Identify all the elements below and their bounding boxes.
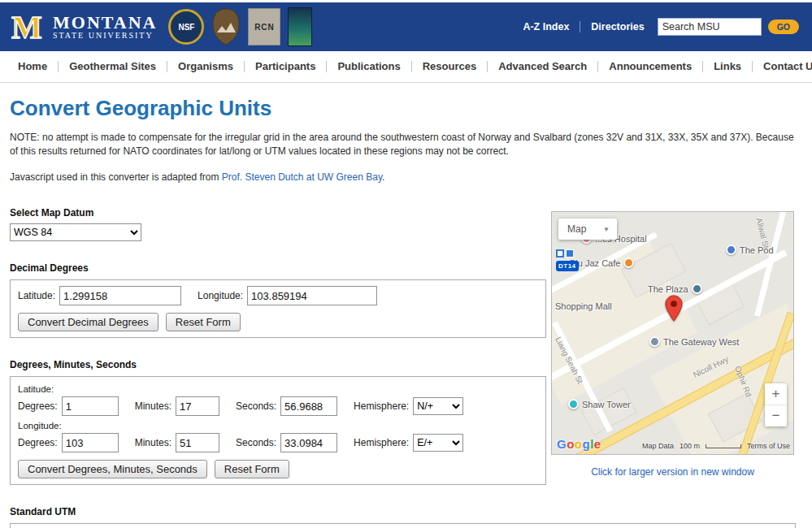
- poi-the-pod[interactable]: The Pod: [726, 245, 774, 255]
- nav-item-participants[interactable]: Participants: [245, 61, 327, 72]
- lat-degrees-input[interactable]: [62, 396, 119, 416]
- poi-label: Shopping Mall: [555, 301, 612, 311]
- poi-the-plaza[interactable]: The Plaza: [648, 283, 702, 294]
- az-index-link[interactable]: A-Z Index: [523, 21, 580, 32]
- nav-item-announcements[interactable]: Announcements: [598, 61, 703, 72]
- lat-seconds-input[interactable]: [280, 396, 337, 416]
- decimal-degrees-box: Latitude: Longitude: Convert Decimal Deg…: [10, 279, 546, 338]
- nav-item-organisms[interactable]: Organisms: [167, 61, 245, 72]
- google-letter: g: [583, 437, 591, 451]
- header-links: A-Z Index Directories: [523, 21, 657, 32]
- norway-note: NOTE: no attempt is made to compensate f…: [10, 131, 802, 158]
- poi-the-gateway-west[interactable]: The Gateway West: [649, 336, 739, 347]
- university-name-line1: MONTANA: [53, 13, 157, 32]
- lon-seconds-input[interactable]: [280, 433, 337, 452]
- lon-minutes-input[interactable]: [176, 433, 219, 452]
- scale-label: 100 m: [680, 442, 700, 450]
- google-letter: e: [594, 437, 601, 451]
- lat-hemisphere-select[interactable]: N/+: [413, 397, 463, 415]
- lon-degrees-label: Degrees:: [18, 437, 58, 448]
- station-icon: [566, 249, 574, 258]
- building-pin-icon: [649, 336, 660, 347]
- lon-hemisphere-label: Hemisphere:: [354, 437, 409, 448]
- poi-label: The Pod: [740, 245, 774, 255]
- main-content: Convert Geographic Units NOTE: no attemp…: [0, 83, 812, 528]
- nav-item-home[interactable]: Home: [15, 61, 59, 72]
- search-input[interactable]: [658, 18, 762, 36]
- nps-arrowhead-logo[interactable]: [211, 8, 241, 45]
- poi-label: The Plaza: [648, 284, 688, 294]
- poi-label: Shaw Tower: [582, 400, 631, 409]
- lon-degrees-input[interactable]: [62, 433, 119, 452]
- rcn-logo[interactable]: RCN: [248, 8, 280, 45]
- zoom-in-button[interactable]: +: [765, 383, 787, 405]
- search-go-button[interactable]: GO: [768, 19, 799, 34]
- credit-line: Javascript used in this converter is ada…: [10, 171, 802, 183]
- poi-shopping-mall[interactable]: Shopping Mall: [555, 301, 612, 311]
- zoom-out-button[interactable]: −: [765, 405, 787, 426]
- page-title: Convert Geographic Units: [10, 96, 802, 121]
- station-icon: [556, 249, 564, 258]
- nsf-logo-text: NSF: [178, 23, 194, 32]
- lat-minutes-label: Minutes:: [135, 400, 172, 412]
- nav-item-contact-us[interactable]: Contact Us: [753, 61, 812, 72]
- tbi-logo[interactable]: [288, 7, 312, 46]
- map-type-control[interactable]: Map▼: [558, 219, 617, 240]
- google-letter: o: [575, 437, 583, 451]
- partner-logos: NSF RCN: [168, 7, 312, 46]
- google-map[interactable]: Aliwal St Liang Seah St Nicoll Hwy Ophir…: [551, 211, 794, 455]
- nav-item-geothermal-sites[interactable]: Geothermal Sites: [59, 61, 167, 72]
- msu-brand[interactable]: M MONTANA STATE UNIVERSITY: [8, 8, 157, 45]
- poi-blu-jaz-cafe[interactable]: Blu Jaz Cafe: [570, 258, 634, 268]
- rcn-logo-text: RCN: [254, 23, 275, 32]
- nav-item-resources[interactable]: Resources: [412, 61, 488, 72]
- map-type-label: Map: [567, 223, 586, 235]
- nav-item-links[interactable]: Links: [703, 61, 753, 72]
- latitude-label: Latitude:: [18, 290, 55, 301]
- longitude-input[interactable]: [247, 286, 377, 305]
- convert-decimal-degrees-button[interactable]: Convert Decimal Degrees: [18, 313, 158, 331]
- university-name: MONTANA STATE UNIVERSITY: [53, 13, 157, 41]
- reset-decimal-form-button[interactable]: Reset Form: [166, 313, 241, 331]
- directories-link[interactable]: Directories: [580, 21, 657, 32]
- nsf-logo[interactable]: NSF: [168, 9, 204, 45]
- convert-dms-button[interactable]: Convert Degrees, Minutes, Seconds: [18, 460, 207, 478]
- map-column: Aliwal St Liang Seah St Nicoll Hwy Ophir…: [551, 211, 794, 478]
- larger-map-link[interactable]: Click for larger version in new window: [551, 466, 794, 478]
- chevron-down-icon: ▼: [603, 226, 610, 233]
- dms-box: Latitude: Degrees: Minutes: Seconds: Hem…: [10, 376, 546, 485]
- msu-m-logo[interactable]: M: [8, 8, 46, 45]
- terms-of-use-link[interactable]: Terms of Use: [747, 442, 790, 450]
- google-letter: G: [557, 437, 567, 451]
- google-letter: o: [567, 437, 575, 451]
- dms-latitude-label: Latitude:: [18, 384, 538, 394]
- standard-utm-heading: Standard UTM: [10, 506, 802, 517]
- standard-utm-box: Zone: Hemisphere: N Easting: Northing:: [10, 523, 796, 528]
- building-pin-icon: [692, 283, 702, 294]
- lon-hemisphere-select[interactable]: E/+: [413, 434, 463, 452]
- map-marker-icon: [665, 295, 683, 322]
- dms-longitude-label: Longitude:: [18, 421, 538, 431]
- dt14-station-badge[interactable]: DT14: [556, 261, 579, 271]
- lon-minutes-label: Minutes:: [135, 437, 172, 448]
- steven-dutch-link[interactable]: Prof. Steven Dutch at UW Green Bay: [222, 171, 382, 183]
- nav-item-publications[interactable]: Publications: [327, 61, 411, 72]
- svg-text:M: M: [11, 9, 42, 45]
- latitude-input[interactable]: [59, 286, 181, 305]
- building-pin-icon: [568, 399, 579, 409]
- poi-shaw-tower[interactable]: Shaw Tower: [568, 399, 631, 409]
- lat-minutes-input[interactable]: [176, 396, 219, 416]
- main-nav: Home Geothermal Sites Organisms Particip…: [0, 51, 812, 83]
- cafe-pin-icon: [623, 258, 634, 268]
- google-logo[interactable]: Google: [557, 437, 601, 451]
- transit-station-icons: [556, 249, 574, 258]
- lat-degrees-label: Degrees:: [18, 400, 58, 412]
- map-data-label: Map Data: [642, 442, 674, 450]
- nav-item-advanced-search[interactable]: Advanced Search: [488, 61, 598, 72]
- credit-suffix: .: [382, 171, 384, 183]
- credit-prefix: Javascript used in this converter is ada…: [10, 171, 222, 183]
- datum-select[interactable]: WGS 84: [10, 223, 141, 241]
- scale-bar: [706, 444, 741, 448]
- reset-dms-form-button[interactable]: Reset Form: [215, 460, 289, 478]
- lon-seconds-label: Seconds:: [236, 437, 276, 448]
